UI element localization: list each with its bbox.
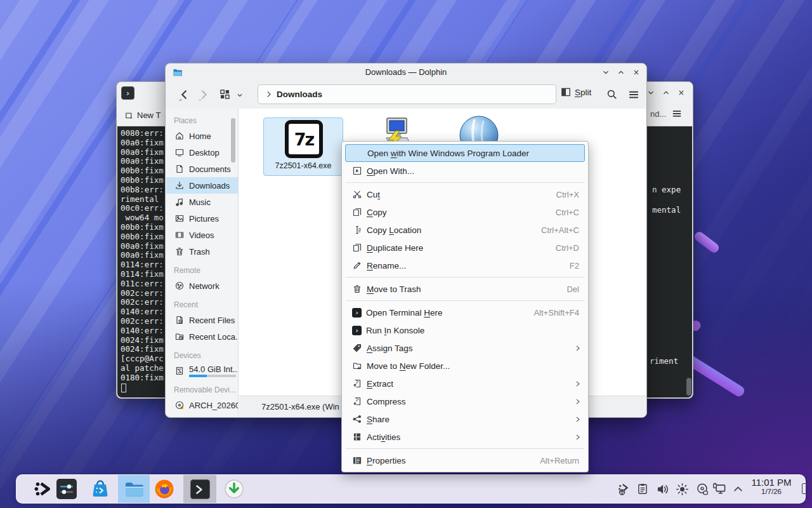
location-breadcrumb[interactable]: Downloads [258, 84, 556, 104]
new-tab-button[interactable]: New T [124, 107, 164, 123]
hamburger-menu-icon[interactable] [627, 88, 640, 101]
sidebar-item-desktop[interactable]: Desktop [166, 144, 238, 161]
sidebar-item-arch-202601[interactable]: ARCH_202601 [166, 397, 238, 413]
menu-item-shortcut: Ctrl+C [556, 208, 579, 217]
sidebar-item-pictures[interactable]: Pictures [166, 210, 238, 227]
new-folder-icon [352, 361, 362, 371]
brightness-tray-icon[interactable] [672, 475, 691, 503]
menu-item-open-with[interactable]: Open With... [342, 162, 588, 180]
firefox-button[interactable] [152, 475, 177, 503]
maximize-button[interactable] [658, 86, 674, 100]
display-tray-icon[interactable] [710, 475, 729, 503]
file-name: 7z2501-x64.exe [264, 161, 343, 170]
wallpaper-capsule [693, 230, 721, 254]
menu-item-assign-tags[interactable]: Assign Tags [342, 339, 588, 357]
forward-button[interactable] [197, 88, 210, 101]
konsole-menu-icon[interactable] [671, 108, 683, 119]
sidebar-item-label: Music [189, 197, 235, 207]
status-text: 7z2501-x64.exe (Win [261, 402, 339, 411]
harddisk-icon [174, 366, 185, 376]
dolphin-task-button[interactable] [118, 475, 150, 503]
menu-item-open-with-wine[interactable]: Open with Wine Windows Program Loader [345, 144, 585, 162]
digital-clock[interactable]: 11:01 PM 1/7/26 [746, 477, 797, 495]
menu-item-duplicate-here[interactable]: Duplicate HereCtrl+D [342, 239, 588, 257]
maximize-button[interactable] [613, 65, 629, 79]
recent-file-icon [174, 315, 185, 325]
terminal-text-fragment: riment [650, 357, 678, 366]
open-with-icon [352, 166, 362, 176]
sidebar-item-music[interactable]: Music [166, 194, 238, 210]
recent-folder-icon [174, 331, 185, 342]
menu-item-properties[interactable]: PropertiesAlt+Return [342, 451, 588, 469]
close-button[interactable] [629, 65, 644, 79]
picture-icon [174, 213, 185, 224]
menu-item-copy-location[interactable]: Copy LocationCtrl+Alt+C [342, 221, 588, 239]
sidebar-item-videos[interactable]: Videos [166, 227, 238, 243]
minimize-button[interactable] [598, 65, 613, 79]
device-notifier-tray-icon[interactable] [693, 475, 712, 503]
sidebar-item-label: 54.0 GiB Int... [189, 364, 235, 374]
menu-item-shortcut: Ctrl+X [556, 190, 579, 199]
rename-icon [352, 260, 362, 271]
sidebar-section-header: Places [166, 114, 238, 128]
search-icon[interactable] [606, 88, 618, 100]
close-button[interactable] [674, 86, 689, 100]
show-desktop-button[interactable] [802, 483, 812, 494]
menu-item-open-terminal-here[interactable]: ›Open Terminal HereAlt+Shift+F4 [342, 304, 588, 321]
sidebar-item-trash[interactable]: Trash [166, 243, 238, 260]
menu-item-label: Compress [367, 397, 573, 406]
konsole-icon: › [352, 308, 362, 318]
back-button[interactable] [178, 88, 191, 101]
extract-icon [352, 378, 362, 389]
menu-item-rename[interactable]: Rename...F2 [342, 257, 588, 274]
menu-item-share[interactable]: Share [342, 410, 588, 428]
sidebar-item-home[interactable]: Home [166, 128, 238, 144]
menu-item-move-to-trash[interactable]: Move to TrashDel [342, 280, 588, 298]
menu-item-cut[interactable]: CutCtrl+X [342, 185, 588, 203]
download-manager-tray-icon[interactable] [614, 475, 633, 503]
menu-item-extract[interactable]: Extract [342, 375, 588, 392]
sidebar-section-header: Remote [166, 264, 238, 277]
submenu-arrow-icon [573, 433, 582, 441]
sidebar-section-header: Devices [166, 349, 238, 363]
places-scrollbar[interactable] [231, 118, 235, 163]
menu-item-run-in-konsole[interactable]: ›Run In Konsole [342, 321, 588, 339]
menu-item-activities[interactable]: Activities [342, 428, 588, 446]
split-label: Split [575, 88, 591, 97]
sidebar-item-label: Home [189, 131, 235, 141]
sidebar-item-label: Recent Files [189, 316, 235, 325]
sidebar-item-label: Desktop [189, 148, 235, 157]
tray-expander-icon[interactable] [729, 475, 747, 503]
konsole-tab-title[interactable]: nd... [650, 109, 666, 119]
konsole-task-button[interactable] [183, 475, 216, 503]
view-mode-chevron-icon[interactable] [236, 91, 244, 99]
discover-button[interactable] [88, 475, 113, 503]
clipboard-tray-icon[interactable] [633, 475, 652, 503]
sidebar-item-downloads[interactable]: Downloads [166, 177, 238, 194]
sidebar-item-recent-loca[interactable]: Recent Loca... [166, 328, 238, 345]
terminal-text-fragment: mental [652, 206, 681, 215]
updater-button[interactable] [221, 475, 247, 503]
volume-tray-icon[interactable] [653, 475, 672, 503]
split-button[interactable]: Split [560, 86, 591, 98]
terminal-text-fragment: n expe [652, 185, 681, 195]
app-launcher-button[interactable] [30, 475, 56, 503]
menu-item-move-to-new-folder[interactable]: Move to New Folder... [342, 357, 588, 375]
sidebar-item-network[interactable]: Network [166, 277, 238, 294]
sidebar-item-label: Recent Loca... [189, 332, 235, 342]
konsole-icon: › [352, 326, 362, 335]
menu-item-copy[interactable]: CopyCtrl+C [342, 203, 588, 221]
sidebar-item-label: ARCH_202601 [189, 401, 235, 410]
menu-separator [346, 277, 584, 277]
sidebar-item-54-0-gib-int[interactable]: 54.0 GiB Int... [166, 363, 238, 379]
sidebar-item-recent-files[interactable]: Recent Files [166, 312, 238, 328]
sidebar-item-documents[interactable]: Documents [166, 161, 238, 177]
view-mode-icon[interactable] [219, 88, 231, 100]
window-title: Downloads — Dolphin [166, 64, 646, 81]
selected-file[interactable]: 7z 7z2501-x64.exe [263, 117, 343, 176]
system-settings-button[interactable] [54, 475, 79, 503]
terminal-scrollbar[interactable] [686, 378, 691, 396]
dolphin-titlebar[interactable]: Downloads — Dolphin [166, 64, 646, 81]
menu-item-compress[interactable]: Compress [342, 392, 588, 410]
breadcrumb-folder[interactable]: Downloads [277, 90, 322, 99]
